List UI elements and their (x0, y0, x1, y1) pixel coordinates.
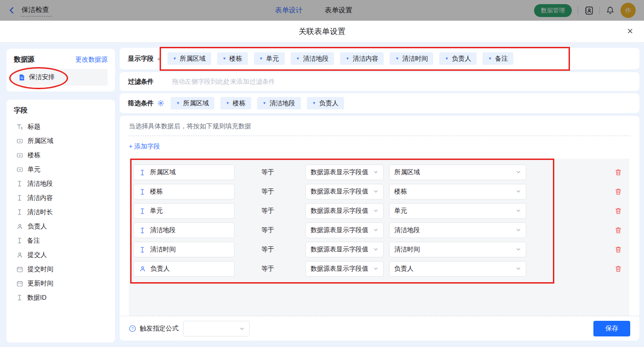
delete-row-trash-icon[interactable] (615, 169, 622, 176)
datasource-heading: 数据源 (14, 55, 34, 64)
rule-target-select[interactable]: 单元 (389, 203, 526, 219)
rule-row: 清洁地段等于数据源表显示字段值清洁地段 (133, 222, 622, 238)
tab-form-settings[interactable]: 表单设置 (325, 6, 352, 15)
display-field-tag-label: 单元 (266, 55, 279, 63)
data-manage-button[interactable]: 数据管理 (534, 4, 572, 17)
gear-icon[interactable] (157, 100, 164, 107)
sidebar-field-label: 标题 (28, 123, 40, 131)
display-field-tag[interactable]: ▼清洁时间 (390, 52, 433, 65)
save-button[interactable]: 保存 (593, 321, 630, 336)
sidebar-field-label: 负责人 (28, 222, 47, 231)
delete-row-trash-icon[interactable] (615, 227, 622, 234)
caret-down-icon: ▼ (296, 57, 300, 61)
sidebar-field-item[interactable]: 数据ID (14, 290, 108, 305)
rule-source-select[interactable]: 数据源表显示字段值 (305, 222, 384, 238)
caret-down-icon: ▼ (312, 101, 316, 105)
rule-field-input[interactable]: 楼栋 (133, 184, 235, 199)
tab-form-design[interactable]: 表单设计 (275, 6, 303, 15)
sidebar-field-item[interactable]: 负责人 (14, 219, 108, 233)
display-field-tag[interactable]: ▼备注 (483, 52, 513, 65)
close-icon[interactable]: × (627, 24, 633, 38)
sidebar-field-item[interactable]: 清洁地段 (14, 176, 108, 191)
display-fields-label: 显示字段 (128, 55, 154, 63)
delete-row-trash-icon[interactable] (615, 207, 622, 215)
rule-target-select[interactable]: 楼栋 (389, 184, 526, 199)
text-field-icon (139, 189, 145, 195)
rule-source-value: 数据源表显示字段值 (310, 265, 368, 273)
rule-field-input[interactable]: 负责人 (133, 261, 235, 277)
contacts-book-icon[interactable] (584, 6, 593, 15)
text-field-icon (139, 170, 145, 176)
screening-field-tag[interactable]: ▼所属区域 (171, 97, 214, 109)
add-field-link[interactable]: + 添加字段 (129, 142, 160, 151)
divider (578, 6, 578, 15)
sidebar-field-label: 备注 (27, 237, 40, 245)
back-icon[interactable] (8, 6, 16, 14)
text-field-icon (17, 295, 23, 301)
screening-field-tag[interactable]: ▼负责人 (307, 97, 344, 109)
datasource-name: 保洁安排 (29, 73, 55, 81)
delete-row-trash-icon[interactable] (615, 246, 622, 253)
rule-source-select[interactable]: 数据源表显示字段值 (305, 203, 384, 219)
formula-select[interactable] (183, 321, 250, 336)
sidebar-field-item[interactable]: 所属区域 (14, 134, 108, 148)
help-icon[interactable]: ? (129, 325, 136, 332)
display-field-tag[interactable]: ▼楼栋 (217, 52, 248, 65)
filter-dropzone-placeholder[interactable]: 拖动左侧字段到此处来添加过滤条件 (172, 78, 275, 86)
text-field-icon (17, 181, 23, 187)
change-datasource-link[interactable]: 更改数据源 (75, 56, 108, 64)
sidebar-field-item[interactable]: 单元 (14, 162, 108, 176)
add-display-field-button[interactable]: + (157, 55, 161, 63)
user-field-icon (17, 223, 23, 230)
screening-field-tag[interactable]: ▼清洁地段 (257, 97, 301, 109)
chevron-down-icon (373, 207, 379, 215)
sidebar-field-item[interactable]: 备注 (14, 233, 108, 248)
screening-field-tag[interactable]: ▼楼栋 (220, 97, 251, 109)
rule-row: 负责人等于数据源表显示字段值负责人 (133, 261, 622, 277)
rule-source-value: 数据源表显示字段值 (310, 207, 368, 215)
rule-field-input[interactable]: 所属区域 (133, 165, 235, 180)
rule-target-select[interactable]: 清洁地段 (389, 222, 526, 238)
delete-row-trash-icon[interactable] (615, 265, 622, 273)
delete-row-trash-icon[interactable] (615, 188, 622, 195)
rule-field-input[interactable]: 清洁时间 (133, 242, 235, 257)
display-field-tag[interactable]: ▼所属区域 (167, 52, 211, 65)
rule-target-value: 所属区域 (394, 168, 420, 176)
sidebar-field-label: 清洁内容 (27, 194, 53, 202)
sidebar-field-item[interactable]: 更新时间 (14, 276, 108, 290)
rule-field-input[interactable]: 单元 (133, 203, 235, 219)
caret-down-icon: ▼ (488, 57, 492, 61)
date-field-icon (17, 266, 23, 273)
sidebar-field-item[interactable]: 清洁时长 (14, 205, 108, 219)
display-field-tag[interactable]: ▼单元 (254, 52, 285, 65)
rule-target-select[interactable]: 清洁时间 (389, 242, 526, 257)
sidebar-field-item[interactable]: 楼栋 (14, 148, 108, 162)
chevron-down-icon (516, 169, 521, 176)
datasource-item[interactable]: 保洁安排 (14, 69, 108, 85)
notification-bell-icon[interactable] (606, 6, 615, 15)
rule-target-value: 清洁时间 (394, 245, 420, 254)
rule-target-select[interactable]: 负责人 (389, 261, 526, 277)
display-field-tag[interactable]: ▼清洁地段 (291, 52, 334, 65)
fields-heading: 字段 (14, 106, 108, 115)
rule-target-select[interactable]: 所属区域 (389, 165, 526, 180)
rule-source-select[interactable]: 数据源表显示字段值 (305, 184, 384, 199)
rule-source-select[interactable]: 数据源表显示字段值 (305, 261, 384, 277)
form-name-label[interactable]: 保洁检查 (21, 5, 52, 17)
sidebar-field-item[interactable]: 提交时间 (14, 262, 108, 276)
user-avatar[interactable]: 作 (621, 3, 636, 18)
display-field-tag[interactable]: ▼负责人 (439, 52, 477, 65)
display-field-tag-label: 清洁地段 (303, 55, 328, 63)
filter-label: 过滤条件 (128, 78, 154, 86)
rule-source-value: 数据源表显示字段值 (310, 226, 368, 234)
rule-source-select[interactable]: 数据源表显示字段值 (305, 165, 384, 180)
sidebar-field-item[interactable]: 提交人 (14, 248, 108, 262)
rule-field-input[interactable]: 清洁地段 (133, 222, 235, 238)
sidebar-field-item[interactable]: 清洁内容 (14, 191, 108, 205)
display-field-tag[interactable]: ▼清洁内容 (340, 52, 384, 65)
rule-source-select[interactable]: 数据源表显示字段值 (305, 242, 384, 257)
screening-label: 筛选条件 (128, 99, 154, 108)
sidebar-field-item[interactable]: 标题 (14, 119, 108, 134)
plus-icon: + (129, 142, 132, 150)
chevron-down-icon (516, 207, 521, 215)
